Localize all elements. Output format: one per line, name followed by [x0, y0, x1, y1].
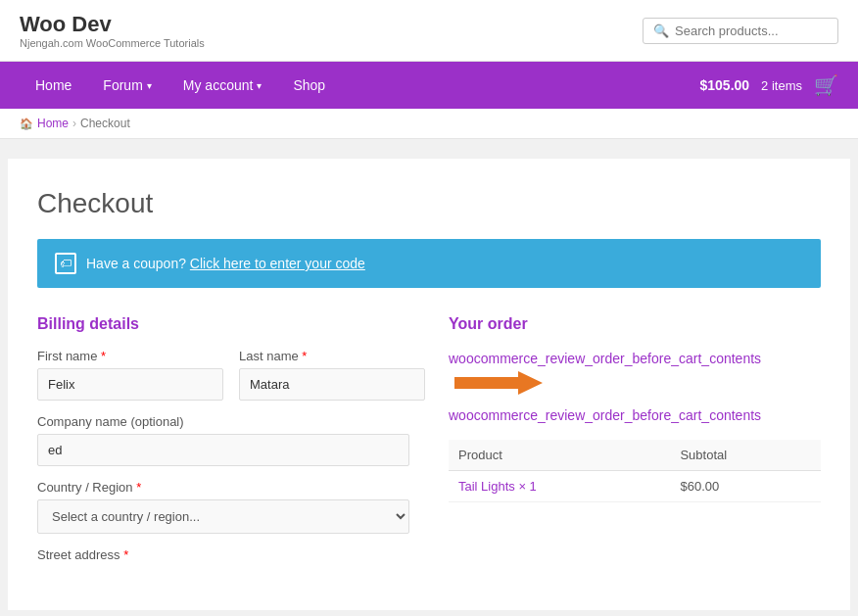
main-content: Checkout 🏷 Have a coupon? Click here to …	[8, 159, 850, 610]
cart-count: 2 items	[761, 78, 802, 93]
col-subtotal: Subtotal	[670, 440, 821, 471]
order-hook-2: woocommerce_review_order_before_cart_con…	[449, 405, 821, 426]
page-title: Checkout	[37, 188, 821, 219]
company-group: Company name (optional)	[37, 414, 409, 466]
order-hook-1: woocommerce_review_order_before_cart_con…	[449, 349, 821, 400]
required-star: *	[101, 349, 106, 363]
breadcrumb-current: Checkout	[80, 117, 130, 130]
nav-item-myaccount[interactable]: My account ▾	[167, 64, 278, 107]
coupon-text: Have a coupon? Click here to enter your …	[86, 256, 365, 271]
first-name-label: First name *	[37, 349, 223, 363]
cart-amount: $105.00	[699, 77, 749, 93]
nav-left: Home Forum ▾ My account ▾ Shop	[20, 64, 341, 107]
cart-icon[interactable]: 🛒	[814, 73, 838, 97]
first-name-group: First name *	[37, 349, 223, 401]
company-row: Company name (optional)	[37, 414, 409, 466]
search-box[interactable]: 🔍	[643, 18, 838, 44]
last-name-group: Last name *	[239, 349, 425, 401]
order-section: Your order woocommerce_review_order_befo…	[449, 315, 821, 581]
site-branding: Woo Dev Njengah.com WooCommerce Tutorial…	[20, 12, 205, 49]
hook-text-line1: woocommerce_review_order_before_cart_con…	[449, 351, 761, 366]
coupon-icon: 🏷	[55, 253, 76, 274]
order-table: Product Subtotal Tail Lights × 1 $60.00	[449, 440, 821, 502]
site-title: Woo Dev	[20, 12, 205, 37]
country-row: Country / Region * Select a country / re…	[37, 480, 409, 534]
orange-arrow-container	[454, 369, 543, 397]
nav-item-home[interactable]: Home	[20, 64, 87, 107]
nav-item-forum[interactable]: Forum ▾	[87, 64, 167, 107]
last-name-label: Last name *	[239, 349, 425, 363]
orange-arrow-icon	[454, 369, 543, 397]
search-icon: 🔍	[653, 24, 669, 38]
checkout-columns: Billing details First name * Last name *	[37, 315, 821, 581]
street-row: Street address *	[37, 547, 409, 567]
company-label: Company name (optional)	[37, 414, 409, 429]
street-group: Street address *	[37, 547, 409, 567]
required-star: *	[136, 480, 141, 495]
site-tagline: Njengah.com WooCommerce Tutorials	[20, 37, 205, 49]
order-section-title: Your order	[449, 315, 821, 333]
chevron-down-icon: ▾	[257, 80, 262, 91]
last-name-input[interactable]	[239, 368, 425, 401]
col-product: Product	[449, 440, 670, 471]
nav-item-shop[interactable]: Shop	[277, 64, 341, 107]
table-row: Tail Lights × 1 $60.00	[449, 471, 821, 502]
breadcrumb: 🏠 Home › Checkout	[0, 109, 858, 139]
product-amount: $60.00	[670, 471, 821, 502]
coupon-bar: 🏷 Have a coupon? Click here to enter you…	[37, 239, 821, 288]
first-name-input[interactable]	[37, 368, 223, 401]
breadcrumb-separator: ›	[72, 117, 76, 130]
chevron-down-icon: ▾	[147, 80, 152, 91]
billing-section-title: Billing details	[37, 315, 409, 333]
billing-details: Billing details First name * Last name *	[37, 315, 409, 581]
street-label: Street address *	[37, 547, 409, 562]
required-star: *	[302, 349, 307, 363]
country-group: Country / Region * Select a country / re…	[37, 480, 409, 534]
site-header: Woo Dev Njengah.com WooCommerce Tutorial…	[0, 0, 858, 62]
nav-cart-area: $105.00 2 items 🛒	[699, 73, 838, 97]
country-label: Country / Region *	[37, 480, 409, 495]
site-nav: Home Forum ▾ My account ▾ Shop $105.00 2…	[0, 62, 858, 109]
home-icon: 🏠	[20, 118, 33, 130]
search-input[interactable]	[675, 24, 828, 38]
product-link[interactable]: Tail Lights × 1	[458, 479, 537, 494]
svg-marker-0	[454, 371, 543, 395]
country-select[interactable]: Select a country / region...	[37, 499, 409, 534]
name-row: First name * Last name *	[37, 349, 409, 401]
coupon-link[interactable]: Click here to enter your code	[190, 256, 365, 271]
required-star: *	[123, 547, 128, 562]
company-input[interactable]	[37, 434, 409, 466]
breadcrumb-home-link[interactable]: Home	[37, 117, 69, 130]
hook-text-line2: woocommerce_review_order_before_cart_con…	[449, 407, 761, 423]
